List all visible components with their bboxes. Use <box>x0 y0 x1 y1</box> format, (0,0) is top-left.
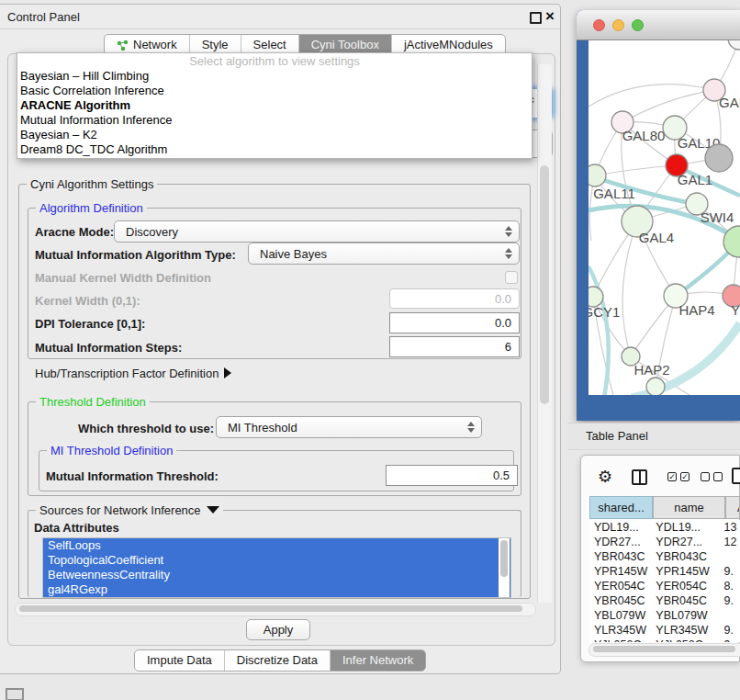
settings-vertical-scrollbar[interactable] <box>537 64 552 603</box>
node-label: HAP2 <box>633 362 669 378</box>
network-edge[interactable] <box>589 85 714 107</box>
algorithm-option[interactable]: Bayesian – K2 <box>17 128 532 142</box>
attribute-item[interactable]: TopologicalCoefficient <box>43 553 510 568</box>
deselect-all-checkbox-icon[interactable] <box>713 472 723 481</box>
column-header-next[interactable]: A <box>725 496 740 519</box>
table-cell: YBL079W <box>651 608 722 623</box>
algorithm-option[interactable]: Basic Correlation Inference <box>17 84 532 98</box>
mi-steps-field[interactable]: 6 <box>389 336 520 357</box>
kernel-width-field[interactable]: 0.0 <box>389 288 520 309</box>
which-threshold-value: MI Threshold <box>228 421 297 435</box>
table-cell: YBR045C <box>651 593 722 608</box>
network-node[interactable] <box>705 144 733 172</box>
mi-steps-label: Mutual Information Steps: <box>35 341 182 355</box>
zoom-window-icon[interactable] <box>632 19 644 31</box>
spinner-up-icon <box>505 226 512 231</box>
table-cell: YER054C <box>589 579 651 593</box>
select-all-checkbox-icon[interactable]: ✓ <box>667 472 677 481</box>
network-node[interactable] <box>728 40 740 50</box>
hub-definition-toggle[interactable]: Hub/Transcription Factor Definition <box>35 367 231 380</box>
which-threshold-combo[interactable]: MI Threshold <box>216 416 482 438</box>
close-window-icon[interactable] <box>593 19 605 31</box>
tab-infer-network[interactable]: Infer Network <box>330 650 425 671</box>
algorithm-option[interactable]: Bayesian – Hill Climbing <box>17 69 532 84</box>
table-cell: YDL19... <box>651 520 722 535</box>
node-label: GAL11 <box>593 186 635 201</box>
scrollbar-thumb[interactable] <box>540 165 549 404</box>
table-row[interactable]: YDR27...YDR27...12 <box>589 535 740 549</box>
table-row[interactable]: YPR145WYPR145W9. <box>589 564 740 579</box>
algorithm-option[interactable]: Dream8 DC_TDC Algorithm <box>17 142 532 157</box>
table-row[interactable]: YER054CYER054C8. <box>589 579 740 593</box>
spinner-up-icon <box>467 422 475 426</box>
table-cell: YBL079W <box>589 608 651 623</box>
table-row[interactable]: YBR043CYBR043C <box>589 549 740 564</box>
network-canvas[interactable]: GALGAL80GAL10GAL1GAL11SWI4GAL4GCY1HAP4YH… <box>589 40 740 395</box>
mi-type-combo[interactable]: Naive Bayes <box>248 243 520 265</box>
network-edge[interactable] <box>622 221 637 356</box>
table-row[interactable]: YBL079WYBL079W <box>589 608 740 623</box>
dpi-tolerance-label: DPI Tolerance [0,1]: <box>35 317 145 331</box>
scrollbar-thumb[interactable] <box>500 540 508 577</box>
algorithm-option[interactable]: ARACNE Algorithm <box>17 98 532 113</box>
aracne-mode-value: Discovery <box>126 225 178 239</box>
table-row[interactable]: YJL052CYJL052C9. <box>589 638 740 642</box>
table-cell: 12 <box>722 535 740 549</box>
which-threshold-label: Which threshold to use: <box>78 422 214 435</box>
select-all-checkbox-icon[interactable]: ✓ <box>680 472 690 481</box>
attribute-item[interactable]: gal4RGexp <box>43 582 510 597</box>
column-header-shared[interactable]: shared... <box>589 496 653 519</box>
table-cell: YLR345W <box>651 623 722 638</box>
network-node-gal11[interactable] <box>589 164 606 186</box>
network-node[interactable] <box>646 378 665 395</box>
table-cell: YJL052C <box>651 638 722 642</box>
node-label: SWI4 <box>701 209 734 225</box>
settings-horizontal-scrollbar[interactable] <box>15 603 536 616</box>
algorithm-option[interactable]: Mutual Information Inference <box>17 113 532 128</box>
dpi-tolerance-field[interactable]: 0.0 <box>389 312 520 333</box>
aracne-mode-combo[interactable]: Discovery <box>114 220 520 243</box>
sources-toggle[interactable]: Sources for Network Inference <box>36 503 223 517</box>
cyni-bottom-tabbar: Impute DataDiscretize DataInfer Network <box>134 649 426 672</box>
cyni-algorithm-settings-title: Cyni Algorithm Settings <box>27 177 157 191</box>
table-row[interactable]: YDL19...YDL19...13 <box>589 520 740 535</box>
threshold-definition-title: Threshold Definition <box>36 395 150 409</box>
tab-impute-data[interactable]: Impute Data <box>135 650 224 671</box>
table-cell: 9. <box>722 638 740 642</box>
table-cell: 9. <box>722 623 740 638</box>
float-panel-icon[interactable] <box>530 12 542 24</box>
table-row[interactable]: YBR045CYBR045C9. <box>589 593 740 608</box>
gear-icon[interactable]: ⚙ <box>598 467 612 487</box>
table-body[interactable]: YDL19...YDL19...13YDR27...YDR27...12YBR0… <box>589 520 740 642</box>
attribute-item[interactable]: SelfLoops <box>43 538 510 553</box>
table-row[interactable]: YLR345WYLR345W9. <box>589 623 740 638</box>
attributes-scrollbar[interactable] <box>499 538 510 597</box>
manual-kernel-checkbox[interactable] <box>505 271 518 284</box>
close-panel-icon[interactable]: × <box>545 7 555 26</box>
tab-discretize-data[interactable]: Discretize Data <box>224 650 330 671</box>
scrollbar-thumb[interactable] <box>19 605 522 612</box>
mi-threshold-field[interactable]: 0.5 <box>386 465 518 486</box>
network-edge[interactable] <box>595 165 677 175</box>
node-label: GAL80 <box>622 128 666 143</box>
export-table-icon[interactable] <box>732 468 740 484</box>
spinner-down-icon <box>505 254 512 259</box>
table-cell: YPR145W <box>589 564 651 579</box>
data-attributes-list[interactable]: SelfLoopsTopologicalCoefficientBetweenne… <box>42 537 511 598</box>
table-cell: YBR043C <box>651 549 722 564</box>
spinner-down-icon <box>505 232 512 237</box>
table-cell: 8. <box>722 579 740 593</box>
split-columns-icon[interactable] <box>632 469 647 485</box>
table-cell: YDR27... <box>651 535 722 549</box>
table-horizontal-scrollbar[interactable] <box>589 643 740 657</box>
collapsed-panel-icon[interactable] <box>6 688 24 700</box>
deselect-all-checkbox-icon[interactable] <box>701 472 710 481</box>
attribute-item[interactable]: BetweennessCentrality <box>43 568 510 582</box>
algorithm-definition-title: Algorithm Definition <box>36 201 147 215</box>
mi-type-value: Naive Bayes <box>260 247 327 261</box>
mi-threshold-group-title: MI Threshold Definition <box>47 444 176 457</box>
apply-button[interactable]: Apply <box>246 619 310 640</box>
scrollbar-thumb[interactable] <box>593 646 735 652</box>
minimize-window-icon[interactable] <box>612 19 624 31</box>
column-header-name[interactable]: name <box>653 496 725 519</box>
